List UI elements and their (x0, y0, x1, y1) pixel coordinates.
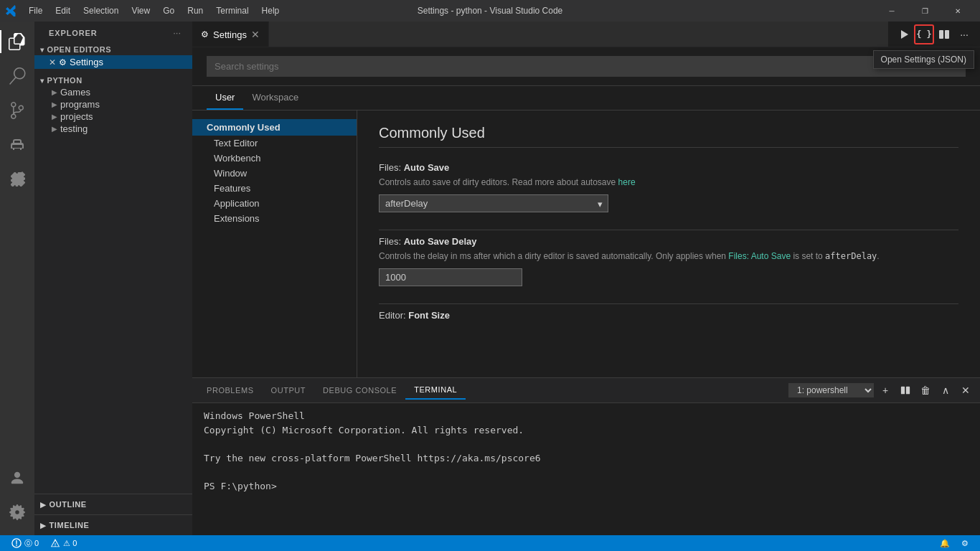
menu-bar: File Edit Selection View Go Run Terminal… (23, 3, 285, 19)
nav-extensions[interactable]: Extensions (192, 211, 357, 226)
tab-user[interactable]: User (207, 86, 243, 110)
window-controls: ─ ❐ ✕ (875, 0, 974, 22)
setting-autosave-delay-description: Controls the delay in ms after which a d… (379, 250, 958, 263)
restore-button[interactable]: ❐ (908, 0, 941, 22)
setting-autosave-description: Controls auto save of dirty editors. Rea… (379, 176, 958, 189)
menu-help[interactable]: Help (256, 3, 286, 19)
menu-view[interactable]: View (126, 3, 156, 19)
terminal-tabs: PROBLEMS OUTPUT DEBUG CONSOLE TERMINAL 1… (192, 378, 980, 403)
folder-games[interactable]: ▶ Games (34, 86, 192, 98)
setting-font-size-label: Editor: Font Size (379, 310, 958, 321)
nav-window[interactable]: Window (192, 166, 357, 181)
menu-terminal[interactable]: Terminal (210, 3, 254, 19)
tab-bar: ⚙ Settings ✕ (192, 22, 888, 47)
activity-bottom (0, 461, 34, 535)
timeline-header[interactable]: ▶ Timeline (34, 518, 192, 532)
nav-text-editor[interactable]: Text Editor (192, 136, 357, 151)
status-warnings[interactable]: ⚠ 0 (44, 538, 83, 548)
shell-select[interactable]: 1: powershell (788, 383, 874, 397)
activity-run-debug[interactable] (0, 128, 34, 162)
search-settings-input[interactable] (207, 56, 966, 77)
more-actions-icon[interactable]: ··· (173, 27, 181, 38)
nav-application[interactable]: Application (192, 196, 357, 211)
activity-explorer[interactable] (0, 24, 34, 59)
run-button[interactable] (894, 24, 914, 44)
python-header[interactable]: ▾ Python (34, 75, 192, 86)
autosave-link[interactable]: Files: Auto Save (728, 251, 791, 261)
activity-search[interactable] (0, 59, 34, 93)
folder-testing[interactable]: ▶ testing (34, 123, 192, 135)
terminal-output: Windows PowerShell Copyright (C) Microso… (204, 409, 969, 493)
minimize-button[interactable]: ─ (875, 0, 908, 22)
menu-run[interactable]: Run (182, 3, 209, 19)
divider-1 (379, 230, 958, 230)
close-panel-button[interactable]: ✕ (957, 382, 974, 399)
more-actions-button[interactable]: ··· (954, 24, 974, 44)
tab-workspace[interactable]: Workspace (243, 86, 307, 110)
python-section: ▾ Python ▶ Games ▶ programs ▶ projects ▶… (34, 72, 192, 138)
nav-workbench[interactable]: Workbench (192, 151, 357, 166)
terminal-tab-actions: 1: powershell + 🗑 ∧ ✕ (788, 382, 974, 399)
setting-files-autosave-delay: Files: Auto Save Delay Controls the dela… (379, 236, 958, 286)
tab-debug-console[interactable]: DEBUG CONSOLE (314, 382, 405, 399)
open-editors-header[interactable]: ▾ Open Editors (34, 44, 192, 55)
timeline-section: ▶ Timeline (34, 514, 192, 535)
tab-settings[interactable]: ⚙ Settings ✕ (192, 22, 269, 47)
terminal-shell-selector: 1: powershell (788, 383, 874, 397)
menu-edit[interactable]: Edit (50, 3, 76, 19)
split-editor-button[interactable] (934, 24, 954, 44)
open-settings-json-button[interactable]: { } (914, 24, 934, 44)
close-tab-icon[interactable]: ✕ (251, 29, 260, 40)
open-editors-section: ▾ Open Editors ✕ ⚙ Settings (34, 41, 192, 72)
split-terminal-button[interactable] (897, 382, 914, 399)
tab-terminal[interactable]: TERMINAL (405, 381, 466, 400)
activity-extensions[interactable] (0, 162, 34, 197)
tab-problems[interactable]: PROBLEMS (198, 382, 263, 399)
main-layout: Explorer ··· ▾ Open Editors ✕ ⚙ Settings… (0, 22, 980, 535)
folder-programs[interactable]: ▶ programs (34, 98, 192, 110)
settings-tab-icon: ⚙ (201, 29, 209, 39)
vscode-logo (6, 5, 17, 17)
activity-account[interactable] (0, 461, 34, 495)
terminal-panel: PROBLEMS OUTPUT DEBUG CONSOLE TERMINAL 1… (192, 377, 980, 535)
menu-go[interactable]: Go (157, 3, 180, 19)
folder-projects[interactable]: ▶ projects (34, 110, 192, 123)
status-settings-sync[interactable]: ⚙ (956, 539, 974, 548)
open-file-settings[interactable]: ✕ ⚙ Settings (34, 55, 192, 69)
menu-selection[interactable]: Selection (77, 3, 124, 19)
tab-output[interactable]: OUTPUT (263, 382, 315, 399)
activity-settings[interactable] (0, 495, 34, 529)
setting-editor-font-size: Editor: Font Size (379, 310, 958, 321)
status-right: 🔔 ⚙ (934, 539, 974, 548)
settings-content: User Workspace Commonly Used Text Editor… (192, 47, 980, 377)
autosave-help-link[interactable]: here (618, 177, 636, 187)
new-terminal-button[interactable]: + (877, 382, 894, 399)
divider-2 (379, 303, 958, 304)
status-notification[interactable]: 🔔 (934, 539, 956, 548)
activity-bar (0, 22, 34, 535)
sidebar-header: Explorer ··· (34, 22, 192, 41)
activity-source-control[interactable] (0, 93, 34, 128)
svg-rect-2 (901, 387, 905, 395)
status-errors[interactable]: ⓪ 0 (6, 538, 44, 549)
terminal-body[interactable]: Windows PowerShell Copyright (C) Microso… (192, 403, 980, 535)
close-button[interactable]: ✕ (941, 0, 974, 22)
tooltip-open-settings-json: Open Settings (JSON) (873, 50, 974, 69)
status-bar: ⓪ 0 ⚠ 0 🔔 ⚙ (0, 535, 980, 551)
search-bar (192, 47, 980, 86)
maximize-panel-button[interactable]: ∧ (937, 382, 954, 399)
svg-rect-0 (939, 30, 943, 39)
tab-settings-label: Settings (213, 29, 247, 40)
nav-features[interactable]: Features (192, 181, 357, 196)
editor-area: ⚙ Settings ✕ { } ··· Open Settings (JSON… (192, 22, 980, 535)
autosave-delay-input[interactable] (379, 268, 522, 286)
outline-header[interactable]: ▶ Outline (34, 497, 192, 512)
kill-terminal-button[interactable]: 🗑 (917, 382, 934, 399)
editor-toolbar: { } ··· (888, 22, 980, 47)
sidebar: Explorer ··· ▾ Open Editors ✕ ⚙ Settings… (34, 22, 192, 535)
menu-file[interactable]: File (23, 3, 48, 19)
autosave-select[interactable]: afterDelay off onFocusChange onWindowCha… (379, 194, 608, 212)
sidebar-actions: ··· (173, 27, 181, 38)
close-settings-icon[interactable]: ✕ (49, 57, 56, 67)
nav-commonly-used[interactable]: Commonly Used (192, 119, 357, 136)
